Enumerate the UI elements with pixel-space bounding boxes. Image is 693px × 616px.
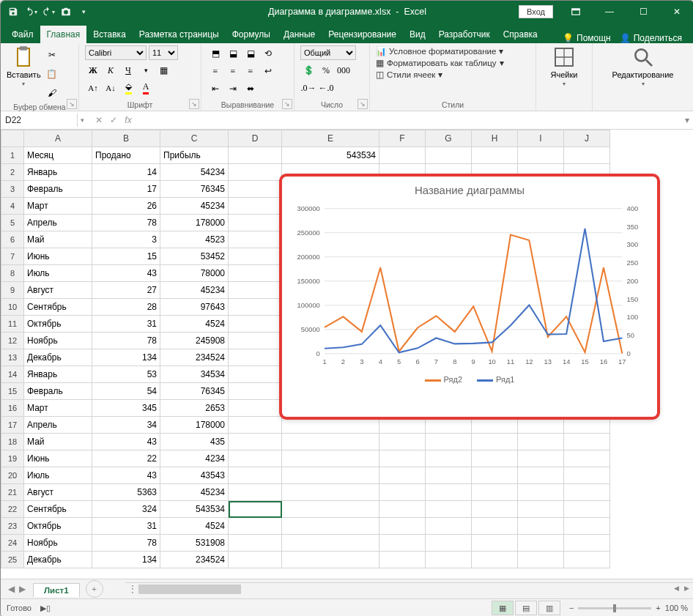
clipboard-launcher-icon[interactable]: ↘	[67, 99, 77, 109]
share-button[interactable]: 👤 Поделиться	[620, 33, 682, 43]
cell[interactable]: 45234	[160, 198, 229, 215]
save-icon[interactable]	[5, 4, 21, 20]
increase-decimal-icon[interactable]: .0→	[300, 80, 316, 96]
cell[interactable]	[229, 164, 282, 181]
tab-formulas[interactable]: Формулы	[226, 26, 277, 43]
accounting-icon[interactable]: 💲	[300, 62, 316, 78]
align-top-icon[interactable]: ⬒	[207, 45, 223, 62]
row-header[interactable]: 9	[1, 282, 24, 299]
cell[interactable]: Ноябрь	[24, 333, 92, 349]
cell[interactable]: 234524	[160, 552, 229, 568]
copy-icon[interactable]: 📋	[44, 66, 60, 82]
column-header[interactable]: E	[282, 130, 379, 147]
cell[interactable]: 543534	[160, 501, 229, 518]
cell[interactable]	[229, 181, 282, 198]
embedded-chart[interactable]: Название диаграммы 050000100000150000200…	[279, 174, 660, 420]
row-header[interactable]: 19	[1, 450, 24, 467]
cell[interactable]: Июнь	[24, 450, 92, 467]
cell[interactable]: 78	[92, 333, 160, 349]
cell[interactable]	[229, 333, 282, 349]
row-header[interactable]: 8	[1, 265, 24, 282]
sign-in-button[interactable]: Вход	[519, 5, 553, 18]
cell[interactable]: Март	[24, 198, 92, 215]
tab-help[interactable]: Справка	[497, 26, 544, 43]
column-header[interactable]: D	[229, 130, 282, 147]
column-header[interactable]: G	[426, 130, 472, 147]
cell[interactable]	[229, 231, 282, 248]
cell[interactable]: 324	[92, 501, 160, 518]
cell[interactable]: 43	[92, 265, 160, 282]
cell[interactable]: 178000	[160, 215, 229, 231]
row-header[interactable]: 23	[1, 518, 24, 535]
cell[interactable]: 4524	[160, 518, 229, 535]
cell[interactable]: 2653	[160, 400, 229, 417]
fx-icon[interactable]: fx	[122, 115, 134, 125]
increase-indent-icon[interactable]: ⇥	[225, 81, 241, 97]
cell[interactable]	[229, 535, 282, 552]
qat-customize-icon[interactable]: ▾	[75, 4, 92, 20]
cell[interactable]: Декабрь	[24, 552, 92, 568]
row-header[interactable]: 17	[1, 417, 24, 434]
cell[interactable]: 27	[92, 282, 160, 299]
cell[interactable]: Прибыль	[160, 147, 229, 164]
cell[interactable]: Октябрь	[24, 316, 92, 333]
cell[interactable]: 76345	[160, 383, 229, 400]
spreadsheet-grid[interactable]: A B C D E F G H I J 1МесяцПроданоПрибыль…	[1, 130, 693, 579]
cell[interactable]: 31	[92, 518, 160, 535]
cell[interactable]	[229, 450, 282, 467]
cell[interactable]	[229, 147, 282, 164]
cell[interactable]: 78	[92, 535, 160, 552]
row-header[interactable]: 20	[1, 467, 24, 484]
cell[interactable]	[229, 265, 282, 282]
increase-font-icon[interactable]: A↑	[85, 80, 101, 96]
active-cell[interactable]	[229, 501, 282, 518]
row-header[interactable]: 10	[1, 299, 24, 316]
cell[interactable]: Сентябрь	[24, 299, 92, 316]
cell[interactable]: Июль	[24, 467, 92, 484]
cell[interactable]: Декабрь	[24, 349, 92, 366]
format-painter-icon[interactable]: 🖌	[44, 85, 60, 101]
cell[interactable]: Сентябрь	[24, 501, 92, 518]
tab-review[interactable]: Рецензирование	[322, 26, 403, 43]
cell[interactable]: 134	[92, 552, 160, 568]
row-header[interactable]: 16	[1, 400, 24, 417]
cell[interactable]: Ноябрь	[24, 535, 92, 552]
comma-icon[interactable]: 000	[336, 62, 352, 78]
row-header[interactable]: 7	[1, 248, 24, 265]
row-header[interactable]: 25	[1, 552, 24, 568]
row-header[interactable]: 14	[1, 366, 24, 383]
cell[interactable]: Июнь	[24, 248, 92, 265]
number-format-select[interactable]: Общий	[300, 45, 356, 60]
close-button[interactable]: ✕	[660, 1, 693, 23]
cell[interactable]: Август	[24, 484, 92, 501]
fill-color-icon[interactable]: ⬙	[120, 80, 136, 96]
cell[interactable]: 15	[92, 248, 160, 265]
row-header[interactable]: 11	[1, 316, 24, 333]
cell[interactable]	[229, 316, 282, 333]
name-box[interactable]	[1, 114, 78, 127]
cell[interactable]: 26	[92, 198, 160, 215]
tab-data[interactable]: Данные	[277, 26, 322, 43]
horizontal-scrollbar[interactable]: ⋮ ◀ ▶	[125, 582, 693, 595]
zoom-out-button[interactable]: −	[569, 604, 574, 612]
row-header[interactable]: 22	[1, 501, 24, 518]
cell[interactable]: 34	[92, 417, 160, 434]
tab-view[interactable]: Вид	[403, 26, 432, 43]
cell[interactable]: 53	[92, 366, 160, 383]
macro-record-icon[interactable]: ▶▯	[40, 604, 51, 613]
column-header[interactable]: F	[379, 130, 426, 147]
cell[interactable]: 76345	[160, 181, 229, 198]
ribbon-display-icon[interactable]	[559, 1, 593, 23]
cell[interactable]	[229, 198, 282, 215]
cell[interactable]: 531908	[160, 535, 229, 552]
minimize-button[interactable]: ―	[593, 1, 626, 23]
font-launcher-icon[interactable]: ↘	[189, 99, 199, 109]
formula-input[interactable]	[140, 114, 681, 127]
cell[interactable]: Октябрь	[24, 518, 92, 535]
expand-formula-icon[interactable]: ▾	[681, 115, 693, 125]
decrease-decimal-icon[interactable]: ←.0	[318, 80, 334, 96]
italic-button[interactable]: К	[103, 62, 119, 78]
bold-button[interactable]: Ж	[85, 62, 101, 78]
cell[interactable]	[229, 248, 282, 265]
cell[interactable]: 245908	[160, 333, 229, 349]
